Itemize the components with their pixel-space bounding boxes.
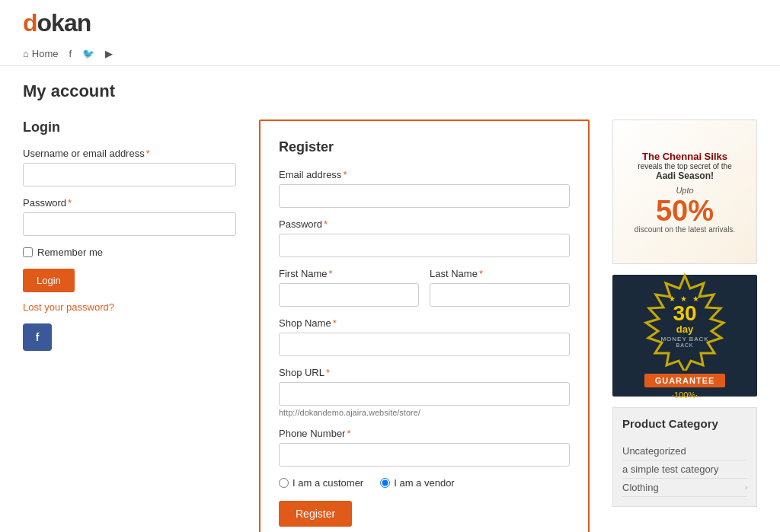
banner-reveals: reveals the top secret of the [638,162,731,170]
register-password-label: Password* [279,218,570,230]
shop-name-input[interactable] [279,333,570,356]
nav-home-link[interactable]: ⌂ Home [23,48,59,59]
content-area: Login Username or email address* Passwor… [23,119,757,532]
vendor-label: I am a vendor [394,477,455,489]
last-name-label: Last Name* [430,268,570,279]
last-name-group: Last Name* [430,268,570,307]
customer-radio[interactable] [279,478,289,488]
facebook-icon: f [36,331,40,343]
username-group: Username or email address* [23,148,236,186]
name-fields: First Name* Last Name* [279,268,570,317]
banner-discount: 50% [656,196,714,225]
phone-group: Phone Number* [279,428,570,467]
password-group: Password* [23,197,236,236]
login-facebook-button[interactable]: f [23,323,52,351]
shop-url-group: Shop URL* http://dokandemo.ajaira.websit… [279,367,570,417]
register-password-group: Password* [279,218,570,257]
nav-twitter-link[interactable]: 🐦 [82,48,94,59]
customer-vendor-group: I am a customer I am a vendor [279,477,570,489]
page-wrapper: My account Login Username or email addre… [0,66,780,532]
shop-url-hint: http://dokandemo.ajaira.website/store/ [279,408,570,417]
last-name-input[interactable] [430,283,570,307]
guarantee-money-label: MONEY BACK [660,336,708,342]
product-category-box: Product Category Uncategorized a simple … [612,407,757,507]
category-label-clothing: Clothing [622,482,659,493]
login-section: Login Username or email address* Passwor… [23,119,236,351]
facebook-nav-icon: f [69,48,72,59]
customer-option[interactable]: I am a customer [279,477,363,489]
logo-rest: okan [37,9,91,37]
email-input[interactable] [279,184,570,208]
category-item-clothing[interactable]: Clothing › [622,479,747,497]
chevron-right-icon: › [745,483,747,492]
guarantee-pct: ·100%· [672,390,698,400]
banner-season: Aadi Season! [656,170,714,181]
email-group: Email address* [279,169,570,208]
category-label-test: a simple test category [622,464,718,475]
category-label-uncategorized: Uncategorized [622,445,686,457]
category-item-uncategorized[interactable]: Uncategorized [622,442,747,460]
login-password-input[interactable] [23,212,236,236]
register-button[interactable]: Register [279,501,352,527]
guarantee-banner[interactable]: ★ ★ ★ 30 day MONEY BACK BACK GUARANTEE ·… [612,275,757,397]
first-name-label: First Name* [279,268,419,279]
site-header: dokan ⌂ Home f 🐦 ▶ [0,0,780,66]
required-star: * [146,148,150,159]
logo-d: d [23,9,37,37]
vendor-option[interactable]: I am a vendor [380,477,455,489]
page-title: My account [23,81,757,101]
chennai-silks-banner[interactable]: The Chennai Silks reveals the top secret… [612,119,757,264]
remember-me-group: Remember me [23,247,236,258]
shop-url-label: Shop URL* [279,367,570,378]
twitter-nav-icon: 🐦 [82,48,94,59]
nav-youtube-link[interactable]: ▶ [105,48,113,59]
site-navigation: ⌂ Home f 🐦 ▶ [23,43,757,65]
required-star-pw: * [68,197,72,209]
shop-name-group: Shop Name* [279,317,570,356]
guarantee-ribbon: GUARANTEE [644,374,726,387]
guarantee-text-overlay: ★ ★ ★ 30 day MONEY BACK BACK [660,295,708,348]
remember-me-label: Remember me [37,247,103,258]
register-section-title: Register [279,139,570,155]
banner-brand: The Chennai Silks [642,151,727,162]
phone-input[interactable] [279,443,570,467]
username-input[interactable] [23,163,236,186]
banner-discount-label: discount on the latest arrivals. [635,225,735,234]
guarantee-days: 30 [660,303,708,324]
product-category-title: Product Category [622,417,747,435]
register-section: Register Email address* Password* First … [259,119,590,532]
password-label: Password* [23,197,236,209]
shop-name-label: Shop Name* [279,317,570,329]
register-password-input[interactable] [279,234,570,257]
nav-home-label: Home [32,48,59,59]
vendor-radio[interactable] [380,478,390,488]
lost-password-link[interactable]: Lost your password? [23,301,236,313]
first-name-group: First Name* [279,268,419,307]
guarantee-day-label: day [660,324,708,334]
home-icon: ⌂ [23,48,29,59]
shop-url-input[interactable] [279,382,570,406]
banner-discount-text: Upto [676,186,693,195]
nav-facebook-link[interactable]: f [69,48,72,59]
login-button[interactable]: Login [23,269,75,292]
sidebar: The Chennai Silks reveals the top secret… [612,119,757,507]
guarantee-badge: ★ ★ ★ 30 day MONEY BACK BACK [635,272,734,371]
phone-label: Phone Number* [279,428,570,439]
username-label: Username or email address* [23,148,236,159]
youtube-nav-icon: ▶ [105,48,113,59]
email-label: Email address* [279,169,570,180]
site-logo[interactable]: dokan [23,9,757,43]
customer-label: I am a customer [292,477,363,489]
login-section-title: Login [23,119,236,135]
first-name-input[interactable] [279,283,419,307]
category-item-test[interactable]: a simple test category [622,460,747,479]
remember-me-checkbox[interactable] [23,247,33,257]
guarantee-back-label: BACK [660,342,708,348]
